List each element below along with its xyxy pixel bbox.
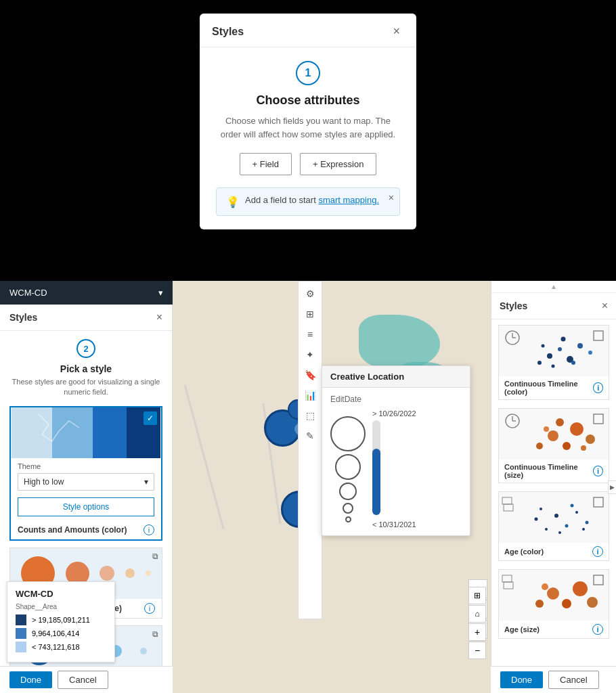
ct-color-svg <box>499 326 609 376</box>
toolbar-layers-icon[interactable]: ⊞ <box>300 305 320 323</box>
right-panel-scroll-up[interactable]: ▲ <box>491 281 616 293</box>
legend-field: Shape__Area <box>16 603 106 610</box>
nav-plus-icon[interactable]: + <box>468 623 486 641</box>
svg-rect-30 <box>502 497 512 504</box>
svg-point-9 <box>547 353 552 359</box>
cancel-button-left[interactable]: Cancel <box>58 671 108 689</box>
legend-swatch-1 <box>16 628 26 639</box>
right-card-ct-color[interactable]: Continuous Timeline (color) i <box>498 325 609 400</box>
svg-point-51 <box>542 583 548 590</box>
right-card-ct-size[interactable]: Continuous Timeline (size) i <box>498 408 609 483</box>
popup-circle-large <box>335 454 361 480</box>
right-panel-header: Styles × <box>491 293 616 319</box>
right-card-age-size[interactable]: Age (size) i <box>498 569 609 639</box>
svg-point-49 <box>573 581 588 596</box>
style-options-button[interactable]: Style options <box>18 497 154 516</box>
svg-point-23 <box>548 430 558 441</box>
age-color-info-icon[interactable]: i <box>592 546 603 557</box>
svg-point-36 <box>565 524 569 528</box>
selected-checkmark: ✓ <box>144 411 157 425</box>
style-card-color-preview: ✓ <box>11 407 161 458</box>
teal-water-area-1 <box>359 315 440 369</box>
svg-rect-2 <box>93 407 127 458</box>
popup-size-circles <box>330 416 366 522</box>
styles-panel-header: Styles × <box>0 305 172 331</box>
svg-rect-43 <box>502 575 512 582</box>
done-button-right[interactable]: Done <box>500 671 543 688</box>
smart-mapping-hint: 💡 Add a field to start smart mapping. × <box>216 187 400 216</box>
step-1-circle: 1 <box>296 61 320 85</box>
right-card-age-color[interactable]: Age (color) i <box>498 491 609 561</box>
nav-home-icon[interactable]: ⌂ <box>468 605 486 623</box>
svg-point-40 <box>558 531 561 534</box>
hint-close-button[interactable]: × <box>389 192 394 203</box>
legend-item-2: < 743,121,618 <box>16 642 106 652</box>
svg-point-35 <box>554 514 558 518</box>
right-panel-expand-arrow[interactable]: ▶ <box>608 480 616 494</box>
ct-color-name: Continuous Timeline (color) <box>504 380 593 396</box>
add-expression-button[interactable]: + Expression <box>300 153 377 175</box>
toolbar-filter-icon[interactable]: ≡ <box>300 325 320 344</box>
svg-rect-21 <box>594 414 603 424</box>
popup-circle-medium <box>339 483 357 500</box>
toolbar-effects-icon[interactable]: ✦ <box>300 345 320 364</box>
hint-text: Add a field to start <box>245 195 318 205</box>
dialog-close-button[interactable]: × <box>389 23 404 40</box>
legend-swatch-2 <box>16 642 26 652</box>
toolbar-edit-icon[interactable]: ✎ <box>300 426 320 445</box>
size-dot-small-2 <box>125 568 135 578</box>
svg-point-41 <box>571 504 574 508</box>
legend-label-2: < 743,121,618 <box>32 643 80 651</box>
right-card-ct-size-label: Continuous Timeline (size) i <box>499 460 609 483</box>
styles-panel-close-button[interactable]: × <box>156 311 162 323</box>
popup-slider-fill <box>372 449 380 515</box>
road-line-1 <box>184 384 225 529</box>
color-preview-svg <box>11 407 161 458</box>
right-card-age-color-preview <box>499 492 609 543</box>
nav-minus-icon[interactable]: − <box>468 642 486 659</box>
right-card-age-size-preview <box>499 570 609 621</box>
styles-panel-title: Styles <box>9 312 37 323</box>
add-field-button[interactable]: + Field <box>240 153 292 175</box>
right-card-age-size-label: Age (size) i <box>499 621 609 638</box>
choose-attributes-title: Choose attributes <box>216 93 400 108</box>
theme-label: Theme <box>18 462 154 470</box>
styles-dialog: Styles × 1 Choose attributes Choose whic… <box>200 14 416 229</box>
right-panel-close-button[interactable]: × <box>602 300 608 312</box>
color-card-info-icon[interactable]: i <box>144 524 154 535</box>
svg-point-38 <box>586 521 589 524</box>
dialog-header: Styles × <box>200 14 416 47</box>
copy-icon: ⧉ <box>152 552 158 561</box>
dialog-body: 1 Choose attributes Choose which fields … <box>200 47 416 229</box>
done-button-left[interactable]: Done <box>9 671 52 688</box>
popup-slider-section: > 10/26/2022 < 10/31/2021 <box>372 409 416 529</box>
svg-rect-44 <box>504 582 513 589</box>
right-panel-body: Continuous Timeline (color) i <box>491 319 616 693</box>
nav-layers-icon[interactable]: ⊞ <box>468 587 486 604</box>
theme-select[interactable]: High to low ▾ <box>18 473 154 491</box>
svg-rect-31 <box>504 504 513 511</box>
wcm-header[interactable]: WCM-CD ▾ <box>0 281 173 305</box>
right-card-ct-color-preview <box>499 326 609 376</box>
smart-mapping-link[interactable]: smart mapping. <box>318 195 379 205</box>
toolbar-chart-icon[interactable]: 📊 <box>300 386 320 405</box>
size-card-info-icon[interactable]: i <box>144 603 155 614</box>
toolbar-bookmark-icon[interactable]: 🔖 <box>300 365 320 384</box>
attribute-buttons-row: + Field + Expression <box>216 153 400 175</box>
map-nav-controls: ⊞ ⌂ + − <box>468 587 486 659</box>
style-card-color[interactable]: ✓ Theme High to low ▾ Style options Coun… <box>9 406 162 541</box>
ct-color-info-icon[interactable]: i <box>593 382 603 393</box>
popup-slider-track[interactable] <box>372 420 380 515</box>
ct-size-info-icon[interactable]: i <box>593 466 603 476</box>
toolbar-measure-icon[interactable]: ⬚ <box>300 406 320 425</box>
toolbar-settings-icon[interactable]: ⚙ <box>300 284 320 303</box>
bottom-bar-right: Done Cancel <box>491 666 616 693</box>
theme-chevron-icon: ▾ <box>144 477 148 487</box>
age-size-info-icon[interactable]: i <box>592 624 603 635</box>
svg-point-25 <box>570 422 584 436</box>
bottom-bar-left: Done Cancel <box>0 666 173 693</box>
cancel-button-right[interactable]: Cancel <box>548 671 598 689</box>
right-panel: ▲ Styles × <box>491 281 616 693</box>
popup-body: EditDate > 10/26/2022 < 10/31/2021 <box>322 388 470 535</box>
popup-circle-tiny <box>345 516 351 522</box>
